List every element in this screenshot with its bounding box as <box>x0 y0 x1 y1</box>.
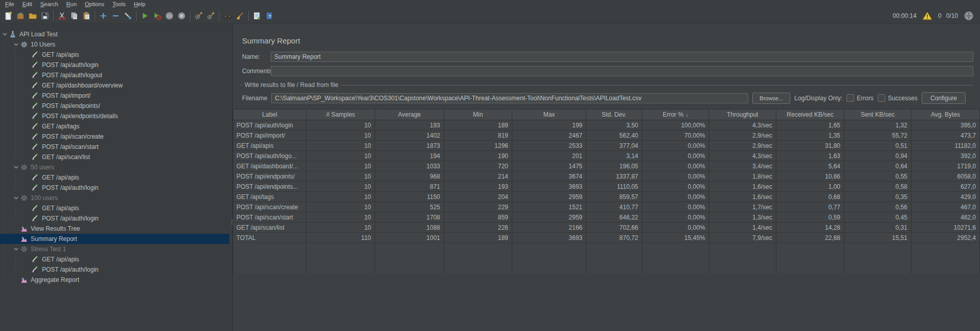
search-reset-icon[interactable] <box>234 10 246 22</box>
tree-item-view-results-tree[interactable]: View Results Tree <box>0 224 229 234</box>
table-row-get-api-scan-list[interactable]: GET /api/scan/list1010882262166702,660,0… <box>233 223 980 233</box>
warning-icon[interactable] <box>921 10 933 22</box>
table-row-total[interactable]: TOTAL11010011893693870,7215,45%7,9/sec22… <box>233 233 980 243</box>
chevron-down-icon[interactable] <box>12 43 19 46</box>
edit-icon[interactable] <box>122 10 134 22</box>
start-no-pauses-icon[interactable] <box>151 10 163 22</box>
table-row-post-api-endpoints[interactable]: POST /api/endpoints...1087119336931110,0… <box>233 182 980 192</box>
cut-icon[interactable] <box>56 10 68 22</box>
cell-value: 3,50 <box>586 120 642 130</box>
tree-item-post-api-endpoints-details[interactable]: POST /api/endpoints/details <box>0 111 229 121</box>
table-row-post-api-auth-logo[interactable]: POST /api/auth/logo...101941902013,140,0… <box>233 151 980 161</box>
menu-tools[interactable]: Tools <box>108 1 130 8</box>
cell-value: 7,9/sec <box>709 233 776 243</box>
tree-item-api-load-test[interactable]: API Load Test <box>0 29 229 39</box>
column-header-max[interactable]: Max <box>512 109 586 120</box>
table-row-get-api-dashboard[interactable]: GET /api/dashboard/...1010337201475196,0… <box>233 161 980 171</box>
column-header-avg-bytes[interactable]: Avg. Bytes <box>911 109 980 120</box>
toolbar: STOP? 00:00:14 0 0/10 <box>0 8 980 24</box>
comments-input[interactable] <box>271 66 973 76</box>
stop-icon[interactable]: STOP <box>163 10 176 22</box>
table-row-post-api-scan-start[interactable]: POST /api/scan/start1017088592959646,220… <box>233 212 980 223</box>
filename-input[interactable] <box>271 93 748 103</box>
table-row-post-api-endpoints[interactable]: POST /api/endpoints/1096821436741337,870… <box>233 171 980 182</box>
table-row-post-api-auth-login[interactable]: POST /api/auth/login101931891993,50100,0… <box>233 120 980 130</box>
tree-item-100-users[interactable]: 100 users <box>0 193 229 203</box>
successes-checkbox[interactable] <box>878 94 885 102</box>
chevron-down-icon[interactable] <box>12 248 19 251</box>
menu-options[interactable]: Options <box>81 1 108 8</box>
table-row-get-api-tags[interactable]: GET /api/tags1011502042959859,570,00%1,6… <box>233 192 980 202</box>
tree-item-get-api-apis[interactable]: GET /api/apis <box>0 172 229 183</box>
tree-item-post-api-auth-login[interactable]: POST /api/auth/login <box>0 60 229 70</box>
errors-checkbox[interactable] <box>846 94 854 102</box>
chevron-down-icon[interactable] <box>1 33 8 36</box>
tree-item-post-api-auth-login[interactable]: POST /api/auth/login <box>0 264 229 275</box>
tree-item-post-api-auth-login[interactable]: POST /api/auth/login <box>0 213 229 224</box>
tree-item-post-api-endpoints[interactable]: POST /api/endpoints/ <box>0 101 229 111</box>
menu-file[interactable]: File <box>1 1 18 8</box>
chevron-down-icon[interactable] <box>12 196 19 200</box>
table-row-get-api-apis[interactable]: GET /api/apis10187312962533377,040,00%2,… <box>233 141 980 151</box>
paste-icon[interactable] <box>80 10 93 22</box>
cell-value: 110 <box>307 233 375 243</box>
chevron-down-icon[interactable] <box>12 166 19 169</box>
open-icon[interactable] <box>27 10 39 22</box>
tree-item-post-api-import[interactable]: POST /api/import/ <box>0 91 229 101</box>
search-icon[interactable] <box>222 10 234 22</box>
splitter[interactable]: ⋮ <box>229 24 233 331</box>
column-header-sent-kb-sec[interactable]: Sent KB/sec <box>844 109 911 120</box>
configure-button[interactable]: Configure <box>922 92 966 104</box>
column-header-samples[interactable]: # Samples <box>307 109 375 120</box>
menu-help[interactable]: Help <box>129 1 149 8</box>
cell-value: 0,68 <box>776 192 844 202</box>
menu-edit[interactable]: Edit <box>18 1 36 8</box>
cell-value: 1001 <box>375 233 444 243</box>
tree-item-post-api-scan-create[interactable]: POST /api/scan/create <box>0 131 229 142</box>
listener-icon <box>19 276 29 283</box>
tree-item-post-api-auth-login[interactable]: POST /api/auth/login <box>0 183 229 193</box>
menu-run[interactable]: Run <box>62 1 81 8</box>
http-request-icon <box>31 102 40 109</box>
templates-icon[interactable] <box>14 10 27 22</box>
column-header-average[interactable]: Average <box>375 109 444 120</box>
function-helper-icon[interactable] <box>251 10 263 22</box>
clear-all-icon[interactable] <box>205 10 217 22</box>
table-row-post-api-scan-create[interactable]: POST /api/scan/create105252291521410,770… <box>233 202 980 212</box>
tree-item-get-api-scan-list[interactable]: GET /api/scan/list <box>0 152 229 162</box>
name-input[interactable] <box>271 52 973 62</box>
tree-item-50-users[interactable]: 50 users <box>0 162 229 172</box>
column-header-received-kb-sec[interactable]: Received KB/sec <box>776 109 844 120</box>
tree-item-post-api-scan-start[interactable]: POST /api/scan/start <box>0 142 229 152</box>
tree-item-get-api-apis[interactable]: GET /api/apis <box>0 254 229 264</box>
tree-item-get-api-dashboard-overview[interactable]: GET /api/dashboard/overview <box>0 80 229 91</box>
new-icon[interactable] <box>2 10 14 22</box>
save-icon[interactable] <box>39 10 51 22</box>
help-icon[interactable]: ? <box>263 10 275 22</box>
start-icon[interactable] <box>139 10 151 22</box>
column-header-min[interactable]: Min <box>444 109 512 120</box>
tree-item-aggregate-report[interactable]: Aggregate Report <box>0 275 229 285</box>
table-row-post-api-import[interactable]: POST /api/import/1014028192467562,4070,0… <box>233 130 980 141</box>
add-icon[interactable] <box>97 10 110 22</box>
tree-item-get-api-apis[interactable]: GET /api/apis <box>0 50 229 60</box>
tree-item-10-users[interactable]: 10 Users <box>0 39 229 50</box>
tree-item-get-api-tags[interactable]: GET /api/tags <box>0 121 229 131</box>
column-header-throughput[interactable]: Throughput <box>709 109 776 120</box>
cell-empty <box>776 263 844 274</box>
remove-icon[interactable] <box>110 10 122 22</box>
tree-item-post-api-auth-logout[interactable]: POST /api/auth/logout <box>0 70 229 80</box>
tree-item-stress-test-1[interactable]: Stress Test 1 <box>0 244 229 254</box>
cell-empty <box>586 243 642 253</box>
clear-icon[interactable] <box>192 10 205 22</box>
column-header-label[interactable]: Label <box>233 109 307 120</box>
tree-item-get-api-apis[interactable]: GET /api/apis <box>0 203 229 213</box>
copy-icon[interactable] <box>68 10 80 22</box>
column-header-error[interactable]: Error %↓ <box>642 109 709 120</box>
tree-item-summary-report[interactable]: Summary Report <box>0 234 229 244</box>
cell-value: 204 <box>444 192 512 202</box>
shutdown-icon[interactable] <box>176 10 188 22</box>
menu-search[interactable]: Search <box>36 1 62 8</box>
browse-button[interactable]: Browse... <box>752 93 790 104</box>
column-header-std-dev[interactable]: Std. Dev. <box>586 109 642 120</box>
